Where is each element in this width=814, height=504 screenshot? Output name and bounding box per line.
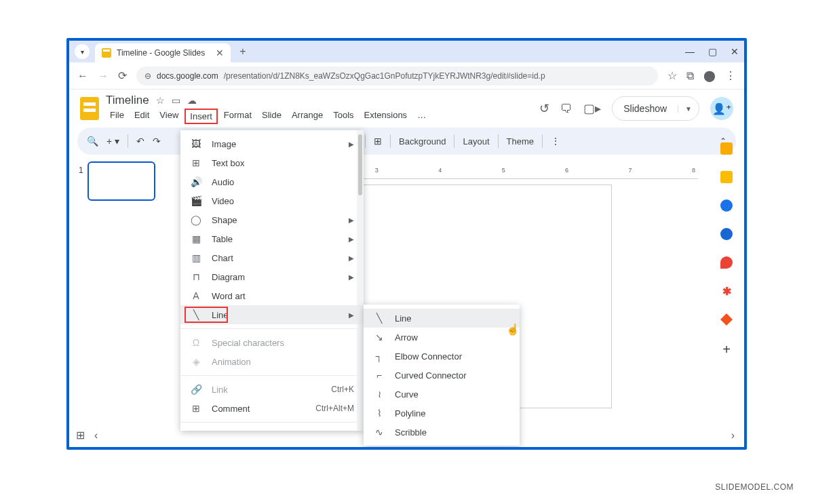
redo-button[interactable]: ↷ [153,136,161,147]
tab-title: Timeline - Google Slides [117,48,210,58]
url-path: /presentation/d/1ZN8Ks_eaWZsOzxQgGac1GnP… [224,71,545,81]
menu-item-comment[interactable]: ⊞CommentCtrl+Alt+M [180,399,364,418]
close-window-button[interactable]: ✕ [731,46,739,57]
menu-item-image[interactable]: 🖼Image▶ [180,134,364,153]
addon-icon-1[interactable]: ✱ [720,285,733,297]
person-plus-icon: 👤⁺ [712,102,731,115]
comments-icon[interactable]: 🗨 [560,102,573,116]
browser-window: ▾ Timeline - Google Slides ✕ + — ▢ ✕ ← →… [66,38,747,450]
forward-button[interactable]: → [98,70,109,82]
maps-app-icon[interactable] [720,256,733,269]
tasks-app-icon[interactable] [720,199,733,212]
calendar-app-icon[interactable] [720,142,733,155]
slide-thumbnail[interactable] [88,161,155,201]
tab-search-button[interactable]: ▾ [75,44,90,59]
line-icon: ╲ [373,313,385,324]
expand-sidepanel-icon[interactable]: › [731,429,735,442]
audio-icon: 🔊 [190,176,202,187]
submenu-item-scribble[interactable]: ∿Scribble [364,423,520,442]
keep-app-icon[interactable] [720,171,733,183]
submenu-item-line[interactable]: ╲Line [364,309,520,328]
reload-button[interactable]: ⟳ [118,69,127,82]
menu-slide[interactable]: Slide [258,109,286,124]
submenu-item-arrow[interactable]: ↘Arrow [364,328,520,347]
profile-icon[interactable]: ⬤ [703,69,716,82]
toolbar-separator [454,134,454,148]
cloud-status-icon[interactable]: ☁ [187,95,197,106]
submenu-arrow-icon: ▶ [349,216,354,224]
submenu-item-elbow[interactable]: ┐Elbow Connector [364,347,520,366]
more-tools-icon[interactable]: ⋮ [551,136,560,147]
menu-more[interactable]: … [413,109,430,124]
layout-button[interactable]: Layout [463,136,489,147]
background-button[interactable]: Background [399,136,446,147]
tab-strip: ▾ Timeline - Google Slides ✕ + — ▢ ✕ [69,41,744,62]
new-tab-button[interactable]: + [235,43,251,60]
site-info-icon[interactable]: ⊖ [144,71,151,81]
star-icon[interactable]: ☆ [156,95,165,106]
video-icon: 🎬 [190,195,202,206]
undo-button[interactable]: ↶ [136,136,144,147]
comment-icon: ⊞ [190,403,202,414]
menu-item-shape[interactable]: ◯Shape▶ [180,210,364,229]
bookmark-icon[interactable]: ☆ [667,69,677,82]
browser-tab[interactable]: Timeline - Google Slides ✕ [95,43,231,62]
watermark: SLIDEMODEL.COM [715,482,794,492]
menu-item-wordart[interactable]: AWord art [180,286,364,305]
menu-format[interactable]: Format [220,109,256,124]
slideshow-dropdown[interactable]: ▼ [678,105,699,113]
shape-icon: ◯ [190,214,202,225]
menu-item-animation: ◈Animation [180,352,364,371]
submenu-item-polyline[interactable]: ⌇Polyline [364,404,520,423]
menu-item-diagram[interactable]: ⊓Diagram▶ [180,267,364,286]
contacts-app-icon[interactable] [720,228,733,240]
toolbar-separator [128,134,128,148]
menu-extensions[interactable]: Extensions [360,109,412,124]
menu-insert[interactable]: Insert [185,109,218,124]
menu-arrange[interactable]: Arrange [288,109,327,124]
menu-item-audio[interactable]: 🔊Audio [180,172,364,191]
menu-item-textbox[interactable]: ⊞Text box [180,153,364,172]
menu-tools[interactable]: Tools [329,109,357,124]
menu-item-video[interactable]: 🎬Video [180,191,364,210]
new-slide-button[interactable]: + ▾ [106,136,119,147]
comment-tool-icon[interactable]: ⊞ [374,136,382,147]
keyboard-shortcut: Ctrl+K [331,385,354,394]
add-addon-button[interactable]: + [722,342,731,357]
diagram-icon: ⊓ [190,271,202,282]
menu-item-table[interactable]: ▦Table▶ [180,229,364,248]
maximize-button[interactable]: ▢ [708,46,717,57]
submenu-arrow-icon: ▶ [349,140,354,148]
search-tool-icon[interactable]: 🔍 [87,136,98,147]
present-icon[interactable]: ▢▸ [583,101,601,116]
menu-item-chart[interactable]: ▥Chart▶ [180,248,364,267]
minimize-button[interactable]: — [685,46,695,57]
prev-slide-icon[interactable]: ‹ [94,429,98,442]
history-icon[interactable]: ↺ [539,101,549,116]
slides-logo[interactable] [80,97,99,120]
submenu-item-curved[interactable]: ⌐Curved Connector [364,366,520,385]
menu-view[interactable]: View [155,109,182,124]
share-button[interactable]: 👤⁺ [710,97,733,120]
back-button[interactable]: ← [77,70,88,82]
browser-menu-icon[interactable]: ⋮ [725,69,736,82]
submenu-item-curve[interactable]: ≀Curve [364,385,520,404]
grid-view-icon[interactable]: ⊞ [76,429,85,442]
addon-icon-2[interactable] [720,313,733,326]
doc-title[interactable]: Timeline [106,94,149,107]
line-icon: ╲ [190,309,202,320]
close-tab-icon[interactable]: ✕ [216,47,224,58]
scribble-icon: ∿ [373,427,385,438]
move-icon[interactable]: ▭ [172,95,180,106]
curve-icon: ≀ [373,389,385,400]
menu-file[interactable]: File [106,109,128,124]
menu-item-line[interactable]: ╲Line▶ [180,305,364,324]
menu-edit[interactable]: Edit [130,109,153,124]
submenu-arrow-icon: ▶ [349,254,354,262]
extensions-icon[interactable]: ⧉ [686,70,694,82]
slideshow-button[interactable]: Slideshow ▼ [612,96,699,121]
toolbar-separator [542,134,543,148]
theme-button[interactable]: Theme [507,136,534,147]
textbox-icon: ⊞ [190,157,202,168]
url-bar[interactable]: ⊖ docs.google.com/presentation/d/1ZN8Ks_… [136,66,658,85]
